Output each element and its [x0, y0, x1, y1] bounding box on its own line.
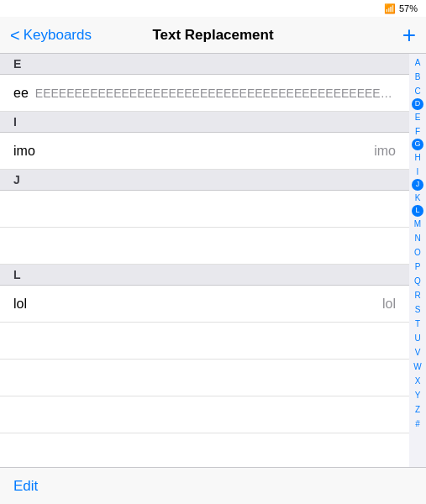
alphabet-index: ABCDEFGHIJKLMNOPQRSTUVWXYZ# [409, 54, 426, 467]
empty-row [0, 396, 409, 433]
phrase-label: lol [13, 297, 27, 312]
shortcut-label: EEEEEEEEEEEEEEEEEEEEEEEEEEEEEEEEEEEEEEEE… [35, 87, 396, 100]
empty-row [0, 360, 409, 396]
nav-title: Text Replacement [152, 27, 273, 44]
alpha-letter-R[interactable]: R [414, 288, 420, 302]
alpha-letter-B[interactable]: B [415, 70, 421, 84]
empty-row [0, 191, 409, 228]
alpha-letter-Z[interactable]: Z [415, 402, 420, 417]
section-header-J: J [0, 170, 409, 191]
alpha-letter-C[interactable]: C [414, 84, 420, 98]
shortcut-label: lol [382, 297, 396, 312]
alpha-letter-L[interactable]: L [412, 205, 423, 217]
empty-row [0, 323, 409, 360]
alpha-letter-A[interactable]: A [415, 55, 421, 70]
alpha-letter-F[interactable]: F [415, 124, 420, 139]
back-label: Keyboards [24, 27, 92, 44]
alpha-letter-Q[interactable]: Q [414, 274, 421, 288]
edit-button[interactable]: Edit [13, 478, 38, 495]
section-header-I: I [0, 112, 409, 133]
phrase-label: imo [13, 144, 35, 159]
alpha-letter-W[interactable]: W [413, 360, 421, 374]
alpha-letter-E[interactable]: E [415, 110, 421, 124]
shortcut-label: imo [374, 144, 396, 159]
add-button[interactable]: + [402, 24, 416, 47]
alpha-letter-V[interactable]: V [415, 345, 421, 360]
status-bar: 📶 57% [0, 0, 426, 17]
alpha-letter-T[interactable]: T [415, 317, 420, 331]
section-header-L: L [0, 265, 409, 286]
list-item[interactable]: ee EEEEEEEEEEEEEEEEEEEEEEEEEEEEEEEEEEEEE… [0, 75, 409, 112]
alpha-letter-H[interactable]: H [414, 150, 420, 165]
alpha-letter-S[interactable]: S [415, 302, 421, 317]
bottom-bar: Edit [0, 467, 426, 504]
section-header-E: E [0, 54, 409, 75]
alpha-letter-X[interactable]: X [415, 374, 421, 388]
status-icons: 📶 57% [384, 3, 418, 14]
alpha-letter-K[interactable]: K [415, 191, 421, 205]
alpha-letter-P[interactable]: P [415, 260, 421, 274]
alpha-letter-G[interactable]: G [412, 139, 423, 150]
alpha-letter-N[interactable]: N [414, 231, 420, 245]
battery-label: 57% [399, 3, 418, 13]
nav-bar: < Keyboards Text Replacement + [0, 17, 426, 54]
alpha-letter-U[interactable]: U [414, 331, 420, 345]
list-item[interactable]: imo imo [0, 133, 409, 170]
empty-row [0, 433, 409, 467]
chevron-left-icon: < [10, 27, 20, 44]
main-content: E ee EEEEEEEEEEEEEEEEEEEEEEEEEEEEEEEEEEE… [0, 54, 426, 467]
alpha-letter-O[interactable]: O [414, 245, 421, 260]
empty-row [0, 228, 409, 265]
list-item[interactable]: lol lol [0, 286, 409, 323]
alpha-letter-Y[interactable]: Y [415, 388, 421, 402]
phrase-label: ee [13, 86, 29, 101]
wifi-icon: 📶 [384, 3, 396, 14]
alpha-letter-M[interactable]: M [414, 217, 421, 231]
alpha-letter-D[interactable]: D [412, 98, 423, 110]
text-replacement-list[interactable]: E ee EEEEEEEEEEEEEEEEEEEEEEEEEEEEEEEEEEE… [0, 54, 409, 467]
alpha-letter-I[interactable]: I [417, 165, 419, 179]
alpha-letter-J[interactable]: J [412, 179, 423, 191]
alpha-letter-#[interactable]: # [415, 417, 420, 431]
back-button[interactable]: < Keyboards [10, 27, 92, 44]
